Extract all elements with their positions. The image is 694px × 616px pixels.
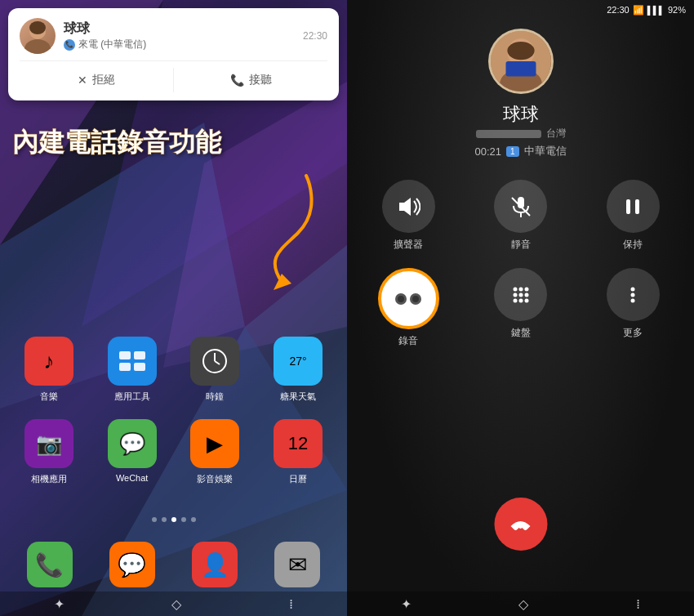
dot-5 [191,517,196,522]
accept-label: 接聽 [249,73,272,87]
left-home-icon[interactable]: ◇ [171,596,181,612]
right-panel: 22:30 📶 ▌▌▌ 92% 球球 台灣 00:21 1 中華電信 [347,0,694,616]
dot-4 [181,517,186,522]
mute-button[interactable]: 靜音 [484,180,558,252]
contact-number: 台灣 [347,127,694,141]
contact-name: 球球 [347,102,694,127]
notif-subtitle-text: 來電 (中華電信) [78,38,146,51]
end-call-button[interactable] [494,498,547,551]
reject-button[interactable]: ✕ 拒絕 [20,68,174,92]
svg-point-9 [29,21,46,34]
dock-sms[interactable]: 💬 [109,542,155,587]
notif-header: 球球 📞 來電 (中華電信) 22:30 [20,18,327,54]
svg-point-34 [518,287,523,291]
hold-button[interactable]: 保持 [596,180,670,252]
app-media[interactable]: ▶ 影音娛樂 [182,419,247,485]
svg-point-33 [513,287,517,291]
dock-sms-icon: 💬 [109,542,155,587]
accept-button[interactable]: 📞 接聽 [174,68,327,92]
dock-contacts[interactable]: 👤 [192,542,238,587]
camera-icon: 📷 [24,419,73,468]
end-call-icon [508,511,534,538]
reject-label: 拒絕 [92,73,115,87]
carrier-badge: 1 [506,146,519,157]
svg-rect-27 [626,199,630,214]
music-label: 音樂 [40,391,58,403]
contact-avatar [488,29,554,94]
status-signal-icon: ▌▌▌ [647,6,665,15]
app-tools[interactable]: 應用工具 [100,337,165,403]
left-menu-icon[interactable]: ✦ [54,596,65,612]
call-duration: 00:21 [474,145,501,158]
bottom-nav-right: ✦ ◇ ⁞ [347,591,694,616]
speaker-icon [382,180,435,233]
svg-point-38 [524,292,528,297]
right-home-icon[interactable]: ◇ [518,596,528,612]
keypad-button[interactable]: 鍵盤 [484,268,558,348]
app-row-2: 📷 相機應用 💬 WeChat ▶ 影音娛樂 12 日曆 [16,419,331,485]
app-row-1: ♪ 音樂 應用工具 [16,337,331,403]
call-btn-row-1: 擴聲器 靜音 [371,180,670,252]
app-weather[interactable]: 27° 糖果天氣 [265,337,331,403]
svg-marker-23 [399,198,411,216]
svg-rect-13 [134,363,145,371]
svg-line-16 [215,361,220,364]
media-label: 影音娛樂 [197,473,233,485]
notif-time: 22:30 [303,30,327,42]
dot-1 [152,517,157,522]
camera-label: 相機應用 [31,473,67,485]
calendar-icon: 12 [274,419,323,468]
left-panel: 球球 📞 來電 (中華電信) 22:30 ✕ 拒絕 📞 接聽 內建電話錄音功能 [0,0,347,616]
dock-email[interactable]: ✉ [274,542,320,587]
record-button[interactable]: 錄音 [371,268,445,348]
contact-region: 台灣 [546,127,566,141]
right-menu-icon[interactable]: ✦ [401,596,412,612]
svg-point-36 [513,292,517,297]
record-icon [378,268,439,329]
svg-point-37 [518,292,523,297]
phone-icon-small: 📞 [64,39,75,51]
notif-subtitle: 📞 來電 (中華電信) [64,38,303,51]
weather-label: 糖果天氣 [280,391,316,403]
notif-divider [20,60,327,61]
mute-icon [494,180,547,233]
media-icon: ▶ [190,419,239,468]
calendar-label: 日曆 [289,473,307,485]
music-icon: ♪ [24,337,73,386]
avatar-image [20,18,56,54]
svg-point-41 [524,298,528,302]
dock-phone[interactable]: 📞 [27,542,73,587]
big-text-content: 內建電話錄音功能 [12,127,221,157]
notif-avatar [20,18,56,54]
dock-phone-icon: 📞 [27,542,73,587]
contact-photo [491,31,551,92]
tools-icon [108,337,157,386]
status-bar: 22:30 📶 ▌▌▌ 92% [347,0,694,20]
hold-icon [607,180,660,233]
right-back-icon[interactable]: ⁞ [636,596,640,612]
svg-rect-11 [134,351,145,359]
app-calendar[interactable]: 12 日曆 [265,419,331,485]
wechat-icon: 💬 [108,419,157,468]
left-back-icon[interactable]: ⁞ [289,596,293,612]
status-battery: 92% [668,5,686,15]
tools-label: 應用工具 [114,391,150,403]
speaker-button[interactable]: 擴聲器 [371,180,445,252]
svg-point-44 [631,298,635,302]
svg-point-40 [518,298,523,302]
app-wechat[interactable]: 💬 WeChat [100,419,165,485]
svg-point-39 [513,298,517,302]
clock-label: 時鐘 [206,391,224,403]
notif-actions: ✕ 拒絕 📞 接聽 [20,68,327,100]
orange-arrow [241,167,339,290]
status-wifi-icon: 📶 [633,5,644,16]
app-clock[interactable]: 時鐘 [182,337,247,403]
app-camera[interactable]: 📷 相機應用 [16,419,82,485]
mute-label: 靜音 [511,238,531,252]
speaker-label: 擴聲器 [394,238,423,252]
keypad-label: 鍵盤 [511,326,531,340]
big-text-overlay: 內建電話錄音功能 [12,127,221,158]
app-music[interactable]: ♪ 音樂 [16,337,82,403]
more-button[interactable]: 更多 [596,268,670,348]
svg-marker-17 [274,274,291,290]
